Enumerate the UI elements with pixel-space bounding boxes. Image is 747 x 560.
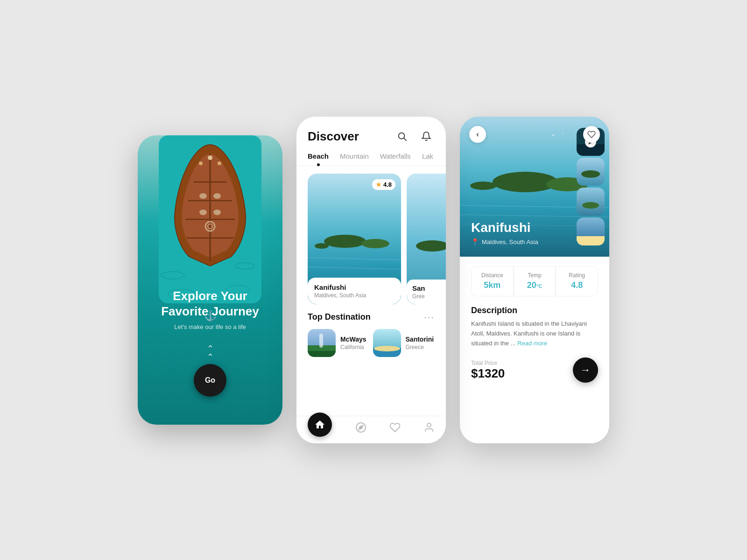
- tab-mountain[interactable]: Mountain: [340, 152, 369, 166]
- rating-value-detail: 4.8: [556, 280, 598, 290]
- svg-point-51: [581, 170, 600, 178]
- svg-rect-55: [577, 236, 605, 245]
- card-place-name: Kanifushi: [314, 283, 395, 291]
- tab-lake[interactable]: Lak: [422, 152, 433, 166]
- go-button-container: ⌃⌃ Go: [194, 344, 226, 397]
- hero-thumb-4[interactable]: [577, 217, 605, 245]
- more-options-button[interactable]: ···: [424, 312, 435, 322]
- svg-point-11: [199, 210, 207, 215]
- back-button[interactable]: ‹: [469, 126, 486, 143]
- bottom-nav: [296, 416, 446, 443]
- hero-place-info: Kanifushi 📍 Maldives, South Asia: [471, 220, 538, 245]
- card-kanifushi[interactable]: ★ 4.8 Kanifushi Maldives, South Asia: [308, 174, 401, 304]
- dest-name-santorini: Santorini: [406, 336, 434, 343]
- temp-unit: °C: [536, 283, 542, 289]
- phones-container: ⚓ Explore Your Favorite Journey Let's ma…: [138, 117, 609, 443]
- go-button[interactable]: Go: [194, 364, 226, 397]
- hero-thumb-3[interactable]: [577, 188, 605, 216]
- svg-point-6: [208, 155, 212, 160]
- price-label: Total Price: [471, 360, 505, 366]
- star-icon: ★: [376, 181, 381, 188]
- price-row: Total Price $1320 →: [471, 357, 598, 383]
- dest-thumb-santorini: [373, 329, 401, 357]
- phone3: ‹ Kanifushi 📍 Maldives, South Asia: [460, 117, 609, 443]
- dest-thumb-mcways: [308, 329, 336, 357]
- tab-beach[interactable]: Beach: [308, 152, 329, 166]
- description-text: Kanifushi Island is situated in the Lhav…: [471, 319, 598, 348]
- title-line2: Favorite Journey: [161, 304, 259, 318]
- hero-place-name: Kanifushi: [471, 220, 538, 235]
- rating-value: 4.8: [383, 181, 392, 188]
- svg-point-42: [470, 182, 496, 190]
- svg-point-12: [213, 210, 221, 215]
- dest-country-santorini: Greece: [406, 344, 434, 350]
- svg-point-24: [315, 243, 329, 249]
- destination-list: McWays California: [308, 329, 435, 357]
- svg-point-38: [427, 423, 431, 427]
- category-tabs: Beach Mountain Waterfalls Lak: [296, 145, 446, 166]
- card-place-region: Maldives, South Asia: [314, 292, 395, 299]
- price-value: $1320: [471, 366, 505, 381]
- card2-place: San: [412, 284, 446, 292]
- top-dest-header: Top Destination ···: [308, 312, 435, 322]
- dest-item-mcways[interactable]: McWays California: [308, 329, 366, 357]
- stat-temp: Temp 20°C: [514, 266, 556, 296]
- description-section: Description Kanifushi Island is situated…: [471, 306, 598, 348]
- svg-rect-52: [577, 188, 605, 216]
- phone1-text: Explore Your Favorite Journey Let's make…: [161, 288, 259, 344]
- notification-icon[interactable]: [418, 128, 435, 145]
- temp-value: 20°C: [514, 280, 556, 290]
- search-icon[interactable]: [394, 128, 410, 145]
- stat-distance: Distance 5km: [471, 266, 514, 296]
- dest-item-santorini[interactable]: Santorini Greece: [373, 329, 434, 357]
- home-fab-button[interactable]: [308, 413, 332, 437]
- svg-point-23: [361, 239, 389, 248]
- hero-place-location: 📍 Maldives, South Asia: [471, 238, 538, 245]
- temp-number: 20: [527, 280, 536, 290]
- phone1: ⚓ Explore Your Favorite Journey Let's ma…: [138, 135, 282, 425]
- stats-row: Distance 5km Temp 20°C Rating 4.8: [471, 266, 598, 296]
- svg-point-53: [582, 202, 599, 209]
- phone1-bg: ⚓ Explore Your Favorite Journey Let's ma…: [138, 135, 282, 425]
- svg-line-20: [404, 138, 406, 140]
- boat-illustration: [159, 135, 261, 303]
- svg-rect-31: [308, 351, 336, 357]
- tab-waterfalls[interactable]: Waterfalls: [380, 152, 411, 166]
- svg-point-10: [213, 193, 221, 199]
- hero-thumb-2[interactable]: [577, 158, 605, 186]
- header-icons: [394, 128, 435, 145]
- card2-region: Gree: [412, 293, 446, 300]
- destination-cards: ★ 4.8 Kanifushi Maldives, South Asia: [296, 166, 446, 312]
- chevrons-up-icon: ⌃⌃: [207, 344, 214, 361]
- phone2-header: Discover: [296, 117, 446, 145]
- rating-label: Rating: [556, 272, 598, 279]
- svg-point-22: [324, 235, 366, 248]
- svg-point-43: [552, 134, 554, 136]
- card-santorini-preview[interactable]: San Gree: [407, 174, 446, 304]
- phone1-title: Explore Your Favorite Journey: [161, 288, 259, 319]
- discover-title: Discover: [308, 129, 359, 144]
- svg-point-7: [199, 161, 203, 165]
- temp-label: Temp: [514, 272, 556, 279]
- profile-nav-icon[interactable]: [423, 422, 435, 436]
- card2-info: San Gree: [407, 280, 446, 304]
- svg-point-9: [199, 193, 207, 199]
- favorite-button[interactable]: [583, 126, 600, 143]
- svg-point-44: [562, 133, 564, 134]
- heart-nav-icon[interactable]: [389, 422, 401, 436]
- phone1-subtitle: Let's make our life so a life: [161, 323, 259, 330]
- price-info: Total Price $1320: [471, 360, 505, 381]
- dest-info-santorini: Santorini Greece: [406, 336, 434, 350]
- phone3-body: Distance 5km Temp 20°C Rating 4.8 Descri…: [460, 257, 609, 443]
- next-button[interactable]: →: [573, 357, 598, 383]
- description-title: Description: [471, 306, 598, 315]
- dest-country-mcways: California: [340, 344, 366, 350]
- distance-label: Distance: [472, 272, 513, 279]
- distance-value: 5km: [472, 280, 513, 290]
- svg-marker-37: [359, 426, 362, 429]
- rating-badge: ★ 4.8: [372, 179, 395, 190]
- dest-info-mcways: McWays California: [340, 336, 366, 350]
- compass-nav-icon[interactable]: [355, 422, 366, 436]
- phone2: Discover Beach Mountain Waterfall: [296, 117, 446, 443]
- read-more-button[interactable]: Read more: [517, 340, 547, 347]
